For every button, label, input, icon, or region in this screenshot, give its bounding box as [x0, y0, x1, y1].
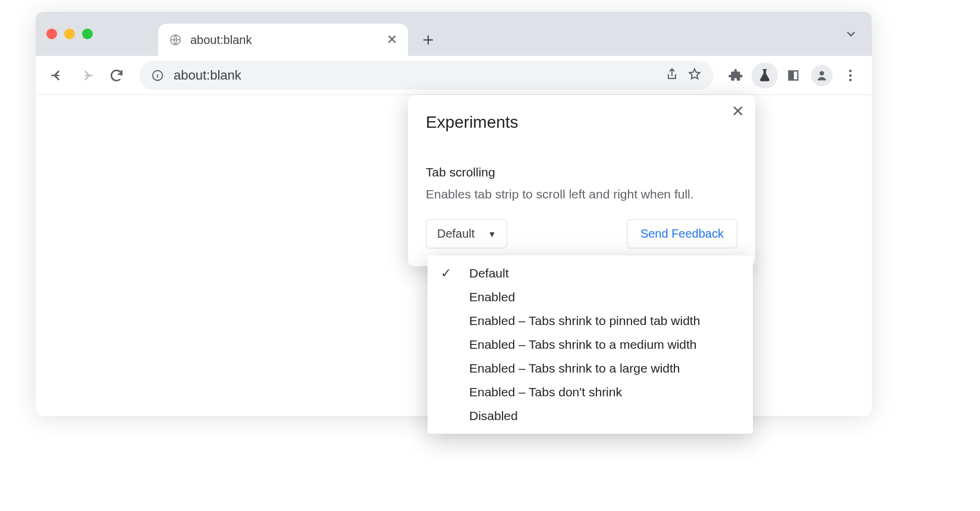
avatar — [811, 65, 833, 86]
dropdown-option[interactable]: Enabled – Tabs don't shrink — [428, 380, 753, 404]
browser-window: about:blank ✕ ＋ about:blank — [36, 12, 872, 416]
svg-point-3 — [849, 70, 852, 72]
caret-down-icon: ▼ — [488, 229, 496, 239]
dropdown-option[interactable]: Enabled – Tabs shrink to a medium width — [428, 333, 753, 357]
url-text: about:blank — [174, 68, 655, 83]
experiment-name: Tab scrolling — [426, 165, 737, 179]
tab-strip: about:blank ✕ ＋ — [36, 12, 872, 56]
svg-point-5 — [849, 78, 852, 81]
svg-point-4 — [849, 74, 852, 76]
toolbar: about:blank — [36, 56, 872, 95]
window-controls — [46, 29, 93, 39]
maximize-window-button[interactable] — [82, 29, 93, 39]
back-button[interactable] — [44, 62, 70, 89]
bookmark-star-icon[interactable] — [687, 67, 702, 84]
experiment-dropdown-menu: ✓DefaultEnabledEnabled – Tabs shrink to … — [428, 256, 753, 434]
popover-title: Experiments — [426, 113, 737, 132]
dropdown-option-label: Enabled – Tabs shrink to a medium width — [469, 337, 697, 351]
dropdown-option[interactable]: Disabled — [428, 404, 753, 428]
experiments-flask-button[interactable] — [752, 62, 778, 89]
close-tab-button[interactable]: ✕ — [387, 33, 397, 46]
dropdown-option-label: Enabled — [469, 290, 515, 304]
dropdown-option-label: Disabled — [469, 409, 518, 422]
tab-search-button[interactable] — [841, 24, 861, 44]
dropdown-option-label: Default — [469, 266, 509, 280]
close-window-button[interactable] — [46, 29, 57, 39]
experiments-popover: ✕ Experiments Tab scrolling Enables tab … — [408, 95, 755, 266]
address-bar[interactable]: about:blank — [139, 61, 714, 90]
reload-button[interactable] — [103, 62, 130, 89]
close-popover-button[interactable]: ✕ — [731, 103, 745, 119]
side-panel-button[interactable] — [780, 62, 806, 89]
minimize-window-button[interactable] — [64, 29, 75, 39]
dropdown-option-label: Enabled – Tabs shrink to pinned tab widt… — [469, 314, 700, 327]
profile-button[interactable] — [809, 62, 835, 89]
globe-icon — [169, 33, 182, 46]
forward-button[interactable] — [74, 62, 100, 89]
menu-button[interactable] — [837, 62, 863, 89]
site-info-icon[interactable] — [151, 69, 164, 82]
experiment-description: Enables tab strip to scroll left and rig… — [426, 185, 737, 203]
check-icon: ✓ — [441, 266, 451, 281]
dropdown-option[interactable]: Enabled – Tabs shrink to pinned tab widt… — [428, 309, 753, 333]
svg-point-2 — [819, 71, 824, 75]
dropdown-option[interactable]: ✓Default — [428, 261, 753, 285]
dropdown-option[interactable]: Enabled – Tabs shrink to a large width — [428, 357, 753, 380]
experiment-select[interactable]: Default ▼ — [426, 219, 507, 248]
select-value: Default — [437, 227, 475, 241]
browser-tab[interactable]: about:blank ✕ — [158, 24, 408, 56]
share-icon[interactable] — [665, 67, 679, 84]
tab-title: about:blank — [190, 33, 378, 47]
dropdown-option-label: Enabled – Tabs don't shrink — [469, 385, 622, 399]
dropdown-option-label: Enabled – Tabs shrink to a large width — [469, 361, 680, 375]
new-tab-button[interactable]: ＋ — [416, 27, 440, 51]
dropdown-option[interactable]: Enabled — [428, 285, 753, 309]
extensions-button[interactable] — [723, 62, 749, 89]
send-feedback-button[interactable]: Send Feedback — [627, 219, 737, 248]
